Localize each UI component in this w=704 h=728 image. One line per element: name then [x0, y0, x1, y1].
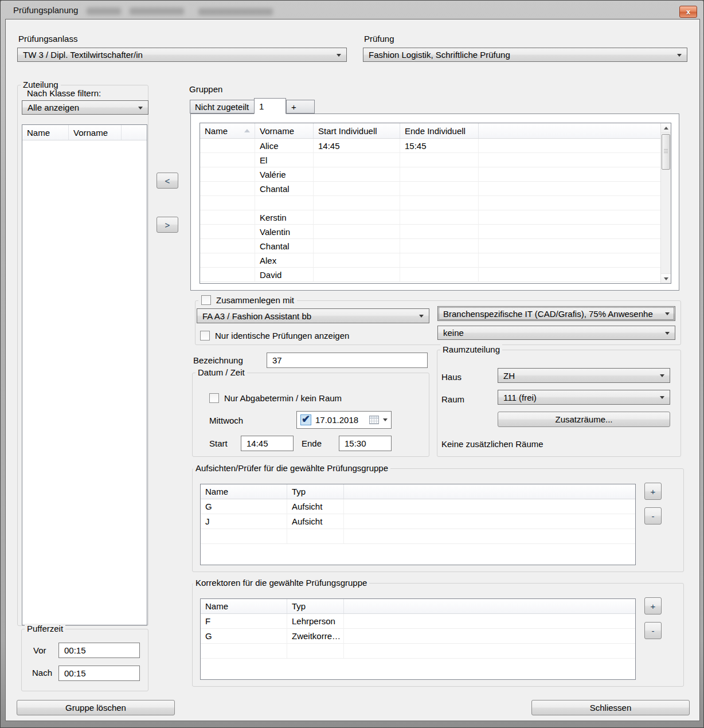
table-row[interactable] [201, 644, 635, 659]
korrektoren-remove-button[interactable]: - [644, 622, 662, 639]
titlebar[interactable]: Prüfungsplanung x [1, 1, 703, 19]
table-row[interactable]: Kerstin [200, 210, 660, 225]
zusammenlegen-checkbox[interactable] [201, 295, 211, 305]
korrektoren-table: Name Typ F Lehrperson G Zweitkorre… [200, 598, 636, 680]
pruefung-select[interactable]: Fashion Logistik, Schriftliche Prüfung [363, 48, 687, 62]
identische-pruefungen-checkbox[interactable] [200, 331, 210, 340]
move-right-icon: > [165, 220, 170, 230]
cell-start [314, 225, 400, 238]
start-time-input[interactable]: 14:45 [241, 436, 294, 451]
nach-input[interactable]: 00:15 [58, 666, 140, 681]
dialog-body: Prüfungsanlass TW 3 / Dipl. Textilwirtsc… [5, 19, 700, 721]
haus-select[interactable]: ZH [498, 368, 670, 383]
cell-name: G [201, 499, 287, 514]
date-value: 17.01.2018 [315, 415, 358, 425]
zuteilung-col-name[interactable]: Name [22, 125, 69, 140]
date-enabled-checkbox[interactable] [300, 414, 311, 425]
aufsichten-table: Name Typ G Aufsicht J Aufsicht [200, 484, 636, 565]
cell-vorname: Chantal [255, 239, 314, 253]
vor-input[interactable]: 00:15 [58, 643, 140, 658]
zuteilung-col-vorname[interactable]: Vorname [69, 125, 122, 140]
abgabetermin-checkbox[interactable] [209, 393, 219, 403]
gruppen-col-ende[interactable]: Ende Individuell [400, 123, 479, 138]
plus-icon: + [651, 601, 656, 611]
aufsichten-legend: Aufsichten/Prüfer für die gewählte Prüfu… [193, 463, 390, 473]
cell-start [314, 167, 400, 181]
table-row[interactable]: David [200, 268, 660, 282]
table-row[interactable] [200, 196, 660, 210]
gruppe-loeschen-label: Gruppe löschen [65, 703, 126, 713]
vertical-scrollbar[interactable] [660, 123, 671, 283]
gruppe-loeschen-button[interactable]: Gruppe löschen [17, 700, 175, 715]
keine-value: keine [443, 328, 464, 338]
move-right-button[interactable]: > [157, 217, 178, 233]
tab-gruppe-1[interactable]: 1 [254, 98, 286, 114]
korrektoren-col-name[interactable]: Name [201, 599, 287, 613]
vor-label: Vor [33, 645, 46, 655]
klasse-filter-value: Alle anzeigen [28, 103, 79, 112]
cell-name [200, 167, 255, 181]
zusammenlegen-select[interactable]: FA A3 / Fashion Assistant bb [197, 308, 429, 323]
aufsichten-col-typ[interactable]: Typ [287, 484, 344, 499]
cell-start: 14:45 [314, 139, 400, 152]
table-row[interactable]: G Zweitkorre… [201, 629, 635, 644]
gruppen-col-name[interactable]: Name [200, 123, 255, 138]
move-left-icon: < [165, 176, 170, 186]
cell-name: J [201, 514, 287, 529]
gruppen-col-start[interactable]: Start Individuell [314, 123, 400, 138]
table-row[interactable]: Valérie [200, 167, 660, 182]
date-picker[interactable]: 17.01.2018 [296, 411, 392, 429]
table-row[interactable]: Valentin [200, 225, 660, 239]
tab-nicht-zugeteilt[interactable]: Nicht zugeteilt [190, 100, 255, 113]
chevron-down-icon[interactable] [383, 418, 388, 421]
table-row[interactable]: Alice 14:45 15:45 [200, 139, 660, 153]
datum-zeit-legend: Datum / Zeit [195, 367, 247, 377]
tab-add-group[interactable]: + [286, 100, 315, 113]
bezeichnung-input[interactable]: 37 [267, 353, 428, 368]
cell-name [200, 253, 255, 267]
schliessen-button[interactable]: Schliessen [531, 700, 690, 715]
aufsichten-remove-button[interactable]: - [644, 507, 662, 525]
table-row[interactable]: Alex [200, 253, 660, 268]
cell-filler [479, 139, 660, 152]
cell-name [200, 153, 255, 167]
gruppen-col-vorname[interactable]: Vorname [255, 123, 314, 138]
cell-filler [479, 239, 660, 253]
cell-vorname: Valentin [255, 225, 314, 238]
cell-name: F [201, 614, 287, 628]
korrektoren-add-button[interactable]: + [644, 597, 662, 615]
calendar-icon[interactable] [369, 416, 379, 424]
cell-vorname: Alice [255, 139, 314, 152]
cell-vorname: Alex [255, 253, 314, 267]
gruppen-tab-panel: Name Vorname Start Individuell Ende Indi… [190, 113, 679, 291]
gruppen-table: Name Vorname Start Individuell Ende Indi… [200, 123, 671, 284]
pruefungsanlass-select[interactable]: TW 3 / Dipl. Textilwirtschafter/in [17, 48, 347, 62]
cell-start [314, 268, 400, 281]
haus-value: ZH [503, 371, 515, 381]
cell-typ [287, 644, 344, 658]
table-row[interactable]: Chantal [200, 182, 660, 196]
aufsichten-col-name[interactable]: Name [201, 484, 287, 499]
scroll-up-button[interactable] [661, 123, 671, 133]
scrollbar-thumb[interactable] [662, 134, 670, 170]
scroll-down-button[interactable] [661, 273, 671, 283]
zusammenlegen-value: FA A3 / Fashion Assistant bb [202, 311, 311, 321]
ende-time-input[interactable]: 15:30 [339, 436, 392, 451]
fach-select[interactable]: Branchenspezifische IT (CAD/Grafis), 75%… [437, 306, 675, 321]
aufsichten-col-filler [344, 484, 635, 499]
close-window-button[interactable]: x [679, 6, 697, 18]
table-row[interactable]: El [200, 153, 660, 167]
table-row[interactable]: J Aufsicht [201, 514, 635, 529]
keine-select[interactable]: keine [437, 326, 675, 340]
table-row[interactable]: F Lehrperson [201, 614, 635, 629]
table-row[interactable]: G Aufsicht [201, 499, 635, 514]
zusatzraeume-button[interactable]: Zusatzräume... [498, 412, 670, 427]
klasse-filter-select[interactable]: Alle anzeigen [22, 100, 148, 115]
table-row[interactable] [201, 529, 635, 544]
move-left-button[interactable]: < [157, 173, 178, 189]
aufsichten-add-button[interactable]: + [644, 483, 662, 500]
table-row[interactable]: Chantal [200, 239, 660, 253]
cell-name [200, 268, 255, 281]
korrektoren-col-typ[interactable]: Typ [287, 599, 344, 613]
raum-select[interactable]: 111 (frei) [498, 390, 670, 405]
